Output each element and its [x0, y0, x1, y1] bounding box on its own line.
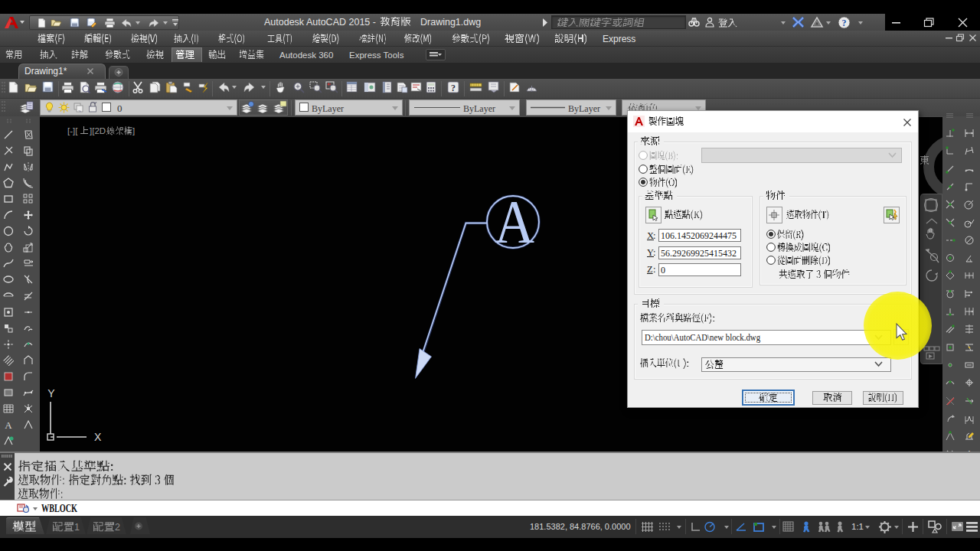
svg-text:?: ?	[451, 83, 456, 93]
svg-text:?: ?	[842, 18, 847, 28]
svg-text:Y: Y	[47, 387, 55, 399]
svg-text:A: A	[5, 419, 12, 430]
svg-text:X: X	[94, 431, 102, 443]
svg-text:A: A	[495, 188, 534, 249]
